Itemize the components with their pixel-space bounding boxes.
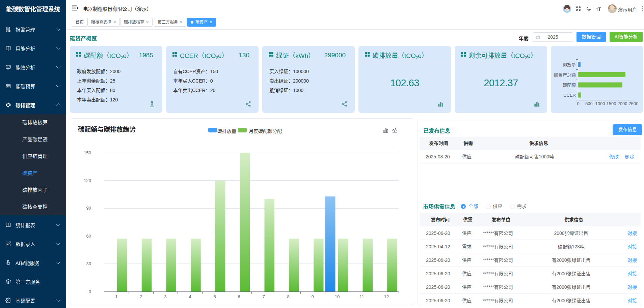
- svg-text:10: 10: [335, 294, 340, 299]
- svg-text:8: 8: [287, 294, 289, 299]
- svg-text:0: 0: [577, 101, 579, 106]
- svg-text:12: 12: [384, 294, 389, 299]
- svg-text:1500: 1500: [607, 101, 616, 106]
- svg-text:6: 6: [238, 294, 240, 299]
- svg-text:90: 90: [86, 206, 91, 211]
- svg-text:1: 1: [115, 294, 117, 299]
- svg-text:150: 150: [84, 150, 91, 155]
- svg-text:0: 0: [89, 289, 91, 294]
- svg-text:11: 11: [359, 294, 364, 299]
- svg-text:2500: 2500: [629, 101, 639, 106]
- svg-text:5: 5: [213, 294, 216, 299]
- svg-text:9: 9: [311, 294, 314, 299]
- svg-text:CCER: CCER: [563, 93, 576, 98]
- svg-text:排放量: 排放量: [563, 62, 576, 67]
- svg-text:7: 7: [262, 294, 265, 299]
- svg-text:4: 4: [189, 294, 191, 299]
- svg-text:2: 2: [140, 294, 142, 299]
- svg-text:2000: 2000: [618, 101, 627, 106]
- svg-text:3: 3: [164, 294, 166, 299]
- svg-text:120: 120: [84, 178, 91, 183]
- svg-text:30: 30: [86, 261, 91, 266]
- svg-text:1000: 1000: [595, 101, 605, 106]
- svg-text:碳配额: 碳配额: [563, 83, 576, 88]
- svg-text:60: 60: [86, 234, 91, 239]
- svg-text:500: 500: [585, 101, 593, 106]
- svg-text:碳资产总额: 碳资产总额: [554, 72, 576, 78]
